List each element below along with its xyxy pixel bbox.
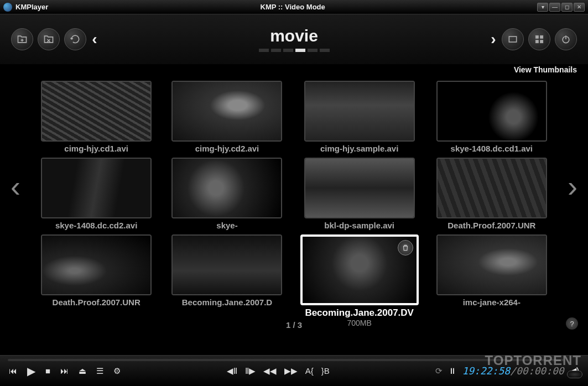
toolbar: ‹ movie › View Thumbnails	[0, 14, 588, 64]
thumbnail-cell[interactable]: bkl-dp-sample.avi	[300, 158, 419, 230]
fullscreen-button[interactable]	[502, 28, 524, 50]
thumbnail-image[interactable]	[304, 158, 415, 218]
svg-rect-2	[540, 35, 543, 38]
svg-rect-4	[540, 40, 543, 43]
thumbnail-cell[interactable]: skye-1408.dc.cd2.avi	[39, 158, 154, 230]
help-button[interactable]: ?	[566, 317, 578, 330]
window-title: KMP :: Video Mode	[48, 3, 537, 11]
prev-track-button[interactable]: ⏮	[9, 366, 17, 375]
thumbnail-filename: imc-jane-x264-	[463, 298, 521, 307]
remove-folder-button[interactable]	[38, 28, 60, 50]
thumbnail-cell[interactable]: cimg-hjy.cd1.avi	[39, 81, 154, 153]
maximize-button[interactable]: ◻	[561, 3, 573, 12]
thumbnail-cell[interactable]: skye-1408.dc.cd1.avi	[434, 81, 549, 153]
close-button[interactable]: ✕	[574, 3, 585, 12]
delete-icon[interactable]	[398, 240, 413, 255]
thumbnail-cell[interactable]: imc-jane-x264-	[434, 234, 549, 327]
thumbnail-cell[interactable]: skye-	[169, 158, 284, 230]
svg-rect-0	[509, 36, 516, 42]
thumbnail-image[interactable]	[436, 81, 547, 142]
prev-category-button[interactable]: ‹	[86, 28, 103, 50]
thumbnail-filename: bkl-dp-sample.avi	[324, 221, 394, 230]
stop-button[interactable]: ■	[45, 366, 50, 375]
total-time: 00:00:00	[516, 365, 564, 377]
rewind-button[interactable]: ◀◀	[263, 366, 277, 376]
play-button[interactable]: ▶	[27, 364, 35, 378]
thumbnail-filename: skye-1408.dc.cd1.avi	[451, 144, 533, 153]
thumbnail-filename: skye-1408.dc.cd2.avi	[55, 221, 137, 230]
thumbnail-filename: Becoming.Jane.2007.DV	[305, 307, 414, 319]
next-category-button[interactable]: ›	[485, 28, 502, 50]
settings-button[interactable]: ⚙	[113, 366, 121, 376]
thumbnail-image[interactable]	[436, 234, 547, 295]
svg-rect-3	[535, 40, 538, 43]
volume-knob[interactable]	[567, 371, 582, 378]
next-page-button[interactable]: ›	[561, 164, 584, 208]
eject-button[interactable]: ⏏	[79, 366, 86, 376]
ab-end-button[interactable]: }B	[321, 366, 330, 376]
thumbnail-cell[interactable]: Death.Proof.2007.UNR	[434, 158, 549, 230]
minimize-button[interactable]: —	[549, 3, 560, 12]
page-indicator	[103, 49, 485, 52]
svg-rect-1	[535, 35, 538, 38]
thumbnail-filesize: 700MB	[347, 319, 371, 327]
thumbnail-cell[interactable]: cimg-hjy.cd2.avi	[169, 81, 284, 153]
thumbnail-cell[interactable]: Becoming.Jane.2007.DV700MB	[300, 234, 419, 327]
thumbnail-grid: cimg-hjy.cd1.avicimg-hjy.cd2.avicimg-hjy…	[39, 81, 549, 327]
loop-icon[interactable]: ⟳	[435, 366, 443, 376]
thumbnail-image[interactable]	[171, 81, 282, 142]
step-fwd-button[interactable]: Ⅱ▶	[245, 366, 256, 376]
app-name: KMPlayer	[15, 3, 48, 11]
add-folder-button[interactable]	[11, 28, 33, 50]
power-button[interactable]	[555, 28, 577, 50]
category-title: movie	[103, 27, 485, 45]
seek-slider[interactable]	[8, 359, 564, 361]
thumbnail-cell[interactable]: Becoming.Jane.2007.D	[169, 234, 284, 327]
thumbnail-image[interactable]	[41, 158, 152, 218]
playback-bar: ⏮ ▶ ■ ⏭ ⏏ ☰ ⚙ ◀Ⅱ Ⅱ▶ ◀◀ ▶▶ A{ }B ⟳ ⏸ 19:2…	[0, 355, 588, 386]
refresh-button[interactable]	[64, 28, 86, 50]
ab-start-button[interactable]: A{	[305, 366, 314, 376]
step-back-button[interactable]: ◀Ⅱ	[227, 366, 237, 376]
thumbnail-filename: cimg-hjy.cd2.avi	[195, 144, 259, 153]
thumbnail-filename: Death.Proof.2007.UNR	[447, 221, 535, 230]
titlebar: KMPlayer KMP :: Video Mode ▾ — ◻ ✕	[0, 0, 588, 14]
thumbnail-image[interactable]	[41, 234, 152, 295]
thumbnail-filename: Becoming.Jane.2007.D	[182, 298, 272, 307]
thumbnail-cell[interactable]: cimg-hjy.sample.avi	[300, 81, 419, 153]
ffwd-button[interactable]: ▶▶	[284, 366, 298, 376]
current-time: 19:22:58	[462, 365, 510, 377]
thumbnail-filename: skye-	[216, 221, 237, 230]
grid-view-button[interactable]	[528, 28, 550, 50]
thumbnail-cell[interactable]: Death.Proof.2007.UNR	[39, 234, 154, 327]
thumbnail-image[interactable]	[304, 81, 415, 142]
page-counter: 1 / 3	[286, 320, 302, 330]
thumbnail-image[interactable]	[41, 81, 152, 142]
time-display: 19:22:58/00:00:00	[462, 365, 564, 377]
playlist-button[interactable]: ☰	[96, 366, 103, 376]
thumbnail-filename: Death.Proof.2007.UNR	[53, 298, 141, 307]
thumbnail-filename: cimg-hjy.sample.avi	[320, 144, 398, 153]
thumbnail-image[interactable]	[171, 158, 282, 218]
prev-page-button[interactable]: ‹	[4, 164, 27, 208]
gallery: ‹ › cimg-hjy.cd1.avicimg-hjy.cd2.avicimg…	[0, 64, 588, 335]
thumbnail-image[interactable]	[171, 234, 282, 295]
thumbnail-image[interactable]	[436, 158, 547, 218]
next-track-button[interactable]: ⏭	[60, 366, 69, 375]
tray-button[interactable]: ▾	[537, 3, 548, 12]
pause-indicator-icon: ⏸	[448, 366, 456, 375]
app-icon	[3, 3, 12, 12]
thumbnail-image[interactable]	[300, 234, 419, 305]
thumbnail-filename: cimg-hjy.cd1.avi	[64, 144, 128, 153]
